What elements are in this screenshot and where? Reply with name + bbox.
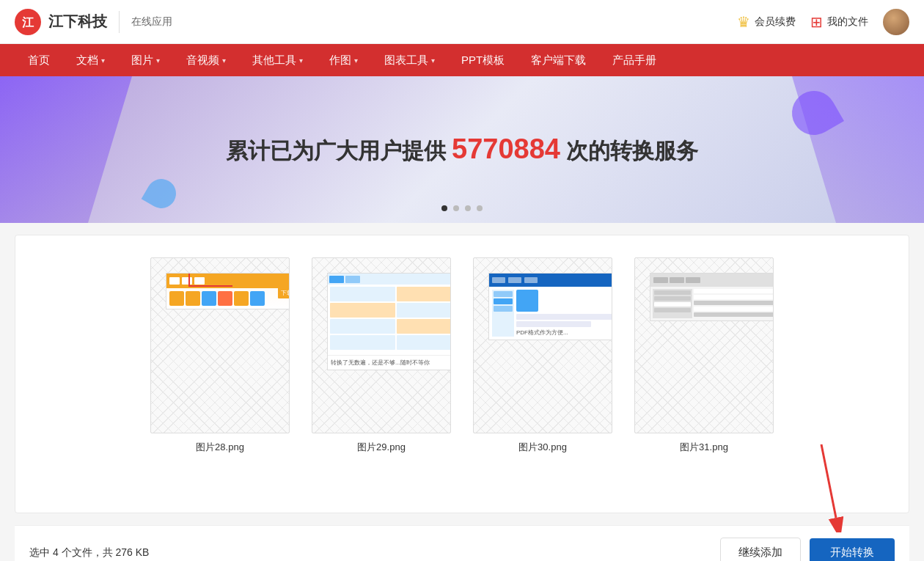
p3-main: PDF格式作为方便... bbox=[516, 290, 612, 337]
bottom-actions: 继续添加 开始转换 bbox=[720, 538, 895, 561]
file-name-1: 图片28.png bbox=[196, 441, 244, 454]
preview-inner-2: 转换了无数遍，还是不够...随时不等你 bbox=[327, 273, 451, 370]
p4-right-row-3 bbox=[694, 301, 774, 305]
nav-drawing-label: 作图 bbox=[329, 54, 351, 67]
file-item-2: 转换了无数遍，还是不够...随时不等你 图片29.png bbox=[312, 257, 451, 454]
bottom-wrapper: 选中 4 个文件，共 276 KB 继续添加 开始转换 bbox=[0, 525, 924, 561]
p4-btn-2 bbox=[670, 277, 684, 283]
p1-icon-1 bbox=[169, 291, 184, 306]
continue-add-button[interactable]: 继续添加 bbox=[720, 538, 801, 561]
preview-content-1 bbox=[166, 288, 290, 309]
chevron-down-icon: ▾ bbox=[156, 56, 160, 65]
file-item-3: PDF格式作为方便... 图片30.png bbox=[473, 257, 612, 454]
p1-icon-4 bbox=[218, 291, 232, 306]
main-content: 下载 图片28.png bbox=[15, 235, 909, 513]
start-convert-button[interactable]: 开始转换 bbox=[810, 538, 895, 561]
p4-left-row-3 bbox=[654, 302, 691, 307]
chevron-down-icon: ▾ bbox=[222, 56, 226, 65]
chevron-down-icon: ▾ bbox=[299, 56, 303, 65]
nav-item-drawing[interactable]: 作图 ▾ bbox=[316, 44, 371, 76]
files-icon: ⊞ bbox=[810, 13, 823, 31]
file-grid: 下载 图片28.png bbox=[30, 257, 894, 454]
p4-right-row-5 bbox=[694, 312, 774, 317]
p3-menu-2 bbox=[508, 277, 521, 283]
p4-right bbox=[694, 289, 774, 318]
p2-cell-7 bbox=[330, 335, 395, 350]
p1-toolbar-btn-1 bbox=[169, 277, 180, 285]
logo-text: 江下科技 bbox=[48, 12, 107, 32]
p4-left-row-1 bbox=[654, 290, 691, 295]
avatar[interactable] bbox=[883, 9, 909, 35]
p2-cell-6 bbox=[397, 319, 451, 334]
p1-arrow bbox=[188, 273, 232, 287]
p2-cell-2 bbox=[397, 287, 451, 301]
navigation: 首页 文档 ▾ 图片 ▾ 音视频 ▾ 其他工具 ▾ 作图 ▾ 图表工具 ▾ PP… bbox=[0, 44, 924, 76]
nav-item-images[interactable]: 图片 ▾ bbox=[118, 44, 173, 76]
banner: 累计已为广大用户提供 5770884 次的转换服务 bbox=[0, 76, 924, 223]
banner-dot-2[interactable] bbox=[453, 205, 459, 211]
p2-tab-1 bbox=[329, 276, 344, 283]
vip-label: 会员续费 bbox=[755, 15, 796, 29]
bottom-bar: 选中 4 个文件，共 276 KB 继续添加 开始转换 bbox=[15, 525, 909, 561]
nav-item-other[interactable]: 其他工具 ▾ bbox=[239, 44, 316, 76]
preview-top-3 bbox=[489, 274, 612, 287]
nav-manual-label: 产品手册 bbox=[612, 54, 656, 67]
preview-text-2: 转换了无数遍，还是不够...随时不等你 bbox=[328, 355, 451, 370]
banner-dots bbox=[441, 205, 483, 211]
banner-text-before: 累计已为广大用户提供 bbox=[226, 139, 446, 163]
nav-item-audiovideo[interactable]: 音视频 ▾ bbox=[173, 44, 239, 76]
file-info: 选中 4 个文件，共 276 KB bbox=[29, 546, 149, 560]
p4-btn-1 bbox=[653, 277, 668, 283]
nav-item-charts[interactable]: 图表工具 ▾ bbox=[371, 44, 448, 76]
file-preview-4[interactable] bbox=[634, 257, 774, 433]
nav-item-home[interactable]: 首页 bbox=[15, 44, 63, 76]
vip-button[interactable]: ♛ 会员续费 bbox=[737, 13, 796, 31]
logo-area: 江 江下科技 bbox=[15, 9, 107, 35]
p3-text: PDF格式作为方便... bbox=[516, 329, 612, 337]
p2-cell-8 bbox=[397, 335, 451, 350]
my-files-label: 我的文件 bbox=[827, 15, 868, 29]
p3-sidebar-item-1 bbox=[494, 291, 513, 297]
p1-icon-3 bbox=[202, 291, 216, 306]
nav-ppt-label: PPT模板 bbox=[461, 54, 505, 67]
banner-dot-1[interactable] bbox=[441, 205, 447, 211]
preview-top-2 bbox=[328, 274, 451, 285]
nav-images-label: 图片 bbox=[131, 54, 153, 67]
file-name-4: 图片31.png bbox=[680, 441, 728, 454]
nav-item-download[interactable]: 客户端下载 bbox=[518, 44, 599, 76]
banner-dot-3[interactable] bbox=[465, 205, 471, 211]
file-preview-2[interactable]: 转换了无数遍，还是不够...随时不等你 bbox=[312, 257, 451, 433]
avatar-image bbox=[883, 9, 909, 35]
p2-cell-5 bbox=[330, 319, 395, 334]
header-right: ♛ 会员续费 ⊞ 我的文件 bbox=[737, 9, 909, 35]
my-files-button[interactable]: ⊞ 我的文件 bbox=[810, 13, 868, 31]
preview-inner-3: PDF格式作为方便... bbox=[488, 273, 612, 340]
nav-item-docs[interactable]: 文档 ▾ bbox=[63, 44, 118, 76]
p3-sidebar-item-2 bbox=[494, 298, 513, 304]
p1-icon-6 bbox=[250, 291, 265, 306]
crown-icon: ♛ bbox=[737, 13, 750, 31]
file-preview-1[interactable]: 下载 bbox=[150, 257, 290, 433]
preview-content-3: PDF格式作为方便... bbox=[489, 287, 612, 340]
preview-top-4 bbox=[650, 274, 774, 287]
p4-right-row-1 bbox=[694, 289, 774, 293]
p4-btn-3 bbox=[686, 277, 700, 283]
banner-dot-4[interactable] bbox=[477, 205, 483, 211]
chevron-down-icon: ▾ bbox=[431, 56, 435, 65]
nav-home-label: 首页 bbox=[28, 54, 50, 67]
file-item-1: 下载 图片28.png bbox=[150, 257, 290, 454]
file-preview-3[interactable]: PDF格式作为方便... bbox=[473, 257, 612, 433]
p4-right-row-4 bbox=[694, 307, 774, 311]
p3-row-2 bbox=[516, 321, 591, 327]
p2-cell-3 bbox=[330, 303, 395, 318]
file-name-3: 图片30.png bbox=[518, 441, 567, 454]
online-app-label: 在线应用 bbox=[131, 15, 172, 29]
nav-item-ppt[interactable]: PPT模板 bbox=[448, 44, 518, 76]
header-divider bbox=[119, 11, 120, 33]
nav-item-manual[interactable]: 产品手册 bbox=[599, 44, 670, 76]
preview-inner-4 bbox=[650, 273, 774, 321]
p3-image bbox=[516, 290, 538, 312]
banner-wave-left bbox=[0, 76, 220, 223]
p3-sidebar-item-3 bbox=[494, 306, 513, 312]
file-item-4: 图片31.png bbox=[634, 257, 774, 454]
